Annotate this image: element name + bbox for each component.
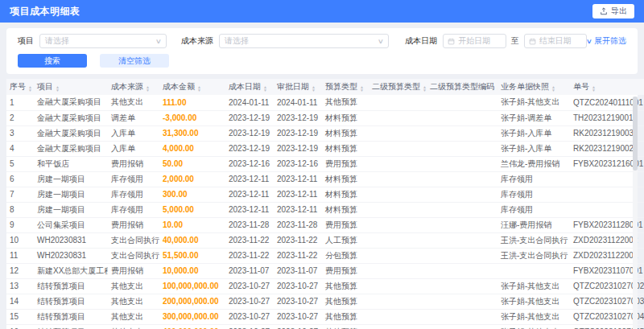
table-cell: 10 bbox=[6, 232, 34, 248]
clear-button[interactable]: 清空筛选 bbox=[100, 54, 169, 68]
column-header[interactable]: 二级预算类型编码▲▼ bbox=[427, 79, 497, 95]
sort-icon[interactable]: ▲▼ bbox=[423, 85, 427, 92]
table-row[interactable]: 11WH20230831支出合同执行51,500.002023-11-22202… bbox=[6, 248, 644, 263]
table-row[interactable]: 3金融大厦采购项目入库单31,300.002023-12-192023-12-1… bbox=[6, 125, 644, 141]
table-cell: 结转预算项目 bbox=[34, 278, 108, 294]
table-cell: 张子娟-其他支出 bbox=[497, 324, 570, 329]
table-cell: 其他支出 bbox=[108, 324, 159, 329]
table-cell: 2023-10-27 bbox=[225, 309, 274, 324]
table-cell: 2023-11-22 bbox=[274, 248, 322, 263]
table-cell bbox=[369, 202, 427, 217]
table-cell: WH20230831 bbox=[34, 248, 108, 263]
column-header[interactable]: 二级预算类型▲▼ bbox=[369, 79, 427, 95]
column-header[interactable]: 成本来源▲▼ bbox=[108, 79, 159, 95]
table-cell bbox=[427, 248, 497, 263]
table-row[interactable]: 7房建一期项目库存领用300.002023-12-112023-12-11材料预… bbox=[6, 187, 644, 202]
table-row[interactable]: 13结转预算项目其他支出100,000,000.002023-10-272023… bbox=[6, 278, 644, 294]
table-cell: 张子娟-入库单 bbox=[497, 141, 570, 156]
column-header-label: 二级预算类型编码 bbox=[430, 82, 494, 91]
table-cell: 张子娟-其他支出 bbox=[497, 278, 570, 294]
table-cell: 汪娜-费用报销 bbox=[497, 217, 570, 232]
column-header[interactable]: 项目▲▼ bbox=[34, 79, 108, 95]
table-cell: 费用报销 bbox=[108, 263, 159, 278]
column-header[interactable]: 成本金额▲▼ bbox=[159, 79, 225, 95]
table-cell: 其他支出 bbox=[108, 294, 159, 309]
table-cell: 2023-12-19 bbox=[225, 125, 274, 141]
table-cell: 调差单 bbox=[108, 110, 159, 125]
table-cell: 2023-12-11 bbox=[274, 187, 322, 202]
table-row[interactable]: 1金融大厦采购项目其他支出111.002024-01-112024-01-11其… bbox=[6, 95, 644, 110]
chevron-down-icon: ∨ bbox=[586, 38, 592, 45]
sort-icon[interactable]: ▲▼ bbox=[592, 85, 596, 92]
column-header[interactable]: 审批日期▲▼ bbox=[274, 79, 322, 95]
table-row[interactable]: 2金融大厦采购项目调差单-3,000.002023-12-192023-12-1… bbox=[6, 110, 644, 125]
vertical-scrollbar[interactable] bbox=[633, 97, 638, 329]
table-cell: 2023-10-27 bbox=[225, 294, 274, 309]
sort-icon[interactable]: ▲▼ bbox=[28, 85, 32, 92]
date-filter-label: 成本日期 bbox=[405, 35, 437, 47]
table-row[interactable]: 6房建一期项目库存领用2,000.002023-12-112023-12-11材… bbox=[6, 171, 644, 187]
table-cell: 2023-12-19 bbox=[274, 110, 322, 125]
table-row[interactable]: 9公司集采项目费用报销10.002023-11-282023-11-28费用预算… bbox=[6, 217, 644, 232]
column-header[interactable]: 序号▲▼ bbox=[6, 79, 34, 95]
sort-icon[interactable]: ▲▼ bbox=[197, 85, 201, 92]
sort-icon[interactable]: ▲▼ bbox=[146, 85, 150, 92]
table-cell: 2023-10-27 bbox=[274, 278, 322, 294]
column-header[interactable]: 单号▲▼ bbox=[570, 79, 644, 95]
table-cell bbox=[369, 171, 427, 187]
table-row[interactable]: 15结转预算项目其他支出300,000,000.002023-10-272023… bbox=[6, 309, 644, 324]
table-cell: 入库单 bbox=[108, 141, 159, 156]
table-cell: 5 bbox=[6, 156, 34, 171]
table-cell bbox=[497, 263, 570, 278]
table-cell: 支出合同执行 bbox=[108, 248, 159, 263]
table-cell bbox=[369, 324, 427, 329]
expand-filter-label: 展开筛选 bbox=[594, 35, 626, 47]
table-cell: 其他预算 bbox=[322, 95, 369, 110]
table-row[interactable]: 5和平饭店费用报销50.002023-12-162023-12-16费用预算兰伟… bbox=[6, 156, 644, 171]
expand-filter-button[interactable]: ∨ 展开筛选 bbox=[587, 35, 626, 47]
table-row[interactable]: 14结转预算项目其他支出200,000,000.002023-10-272023… bbox=[6, 294, 644, 309]
start-date-input[interactable]: 开始日期 bbox=[443, 34, 506, 48]
sort-icon[interactable]: ▲▼ bbox=[360, 85, 364, 92]
source-select-placeholder: 请选择 bbox=[225, 35, 249, 47]
table-cell bbox=[369, 309, 427, 324]
table-row[interactable]: 10WH20230831支出合同执行40,000.002023-11-22202… bbox=[6, 232, 644, 248]
project-select[interactable]: 请选择 ∨ bbox=[39, 34, 167, 48]
sort-icon[interactable]: ▲▼ bbox=[312, 85, 316, 92]
table-row[interactable]: 16结转预算项目其他支出400,000,000.002023-10-272023… bbox=[6, 324, 644, 329]
table-cell bbox=[427, 294, 497, 309]
search-button[interactable]: 搜索 bbox=[18, 54, 87, 68]
table-cell: 2023-12-11 bbox=[274, 202, 322, 217]
table-cell: 库存领用 bbox=[108, 202, 159, 217]
table-cell: 其他支出 bbox=[108, 95, 159, 110]
column-header[interactable]: 业务单据快照▲▼ bbox=[497, 79, 570, 95]
table-cell: 金融大厦采购项目 bbox=[34, 141, 108, 156]
column-header[interactable]: 成本日期▲▼ bbox=[225, 79, 274, 95]
table-cell: 10,000.00 bbox=[159, 263, 225, 278]
table-cell: 2 bbox=[6, 110, 34, 125]
table-row[interactable]: 8房建一期项目库存领用5,000.002023-12-112023-12-11材… bbox=[6, 202, 644, 217]
scrollbar-thumb[interactable] bbox=[633, 97, 638, 171]
sort-icon[interactable]: ▲▼ bbox=[551, 85, 555, 92]
end-date-input[interactable]: 结束日期 bbox=[524, 34, 587, 48]
project-filter-label: 项目 bbox=[18, 35, 34, 47]
cost-table: 序号▲▼项目▲▼成本来源▲▼成本金额▲▼成本日期▲▼审批日期▲▼预算类型▲▼二级… bbox=[6, 79, 644, 329]
filter-row: 项目 请选择 ∨ 成本来源 请选择 ∨ 成本日期 开始日期 至 结束日期 ∨ 展… bbox=[18, 34, 626, 48]
export-button[interactable]: 导出 bbox=[592, 4, 634, 19]
sort-icon[interactable]: ▲▼ bbox=[263, 85, 267, 92]
table-row[interactable]: 12新建XX总部大厦工程二期费用报销10,000.002023-11-07202… bbox=[6, 263, 644, 278]
column-header-label: 成本金额 bbox=[163, 82, 195, 91]
sort-icon[interactable]: ▲▼ bbox=[56, 85, 60, 92]
column-header[interactable]: 预算类型▲▼ bbox=[322, 79, 369, 95]
table-cell: 其他支出 bbox=[108, 309, 159, 324]
source-select[interactable]: 请选择 ∨ bbox=[219, 34, 389, 48]
column-header-label: 审批日期 bbox=[277, 82, 309, 91]
filter-panel: 项目 请选择 ∨ 成本来源 请选择 ∨ 成本日期 开始日期 至 结束日期 ∨ 展… bbox=[6, 28, 638, 74]
table-cell: 2023-11-22 bbox=[225, 232, 274, 248]
table-cell: 100,000,000.00 bbox=[159, 278, 225, 294]
table-row[interactable]: 4金融大厦采购项目入库单4,000.002023-12-192023-12-19… bbox=[6, 141, 644, 156]
chevron-down-icon: ∨ bbox=[155, 38, 162, 45]
sort-icon[interactable]: ▲▼ bbox=[497, 85, 497, 92]
table-cell: 人工预算 bbox=[322, 232, 369, 248]
table-cell bbox=[427, 141, 497, 156]
